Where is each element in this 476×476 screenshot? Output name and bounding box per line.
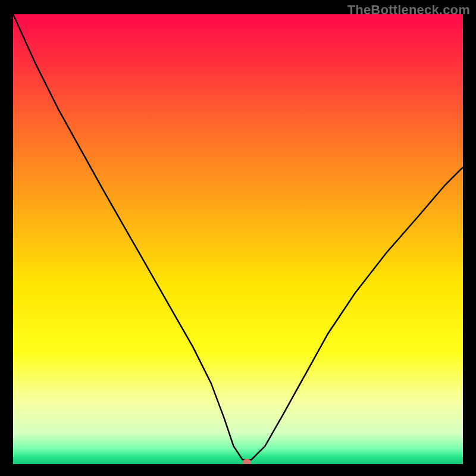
watermark-text: TheBottleneck.com [347, 2, 470, 18]
chart-frame: TheBottleneck.com [0, 0, 476, 476]
bottleneck-chart [13, 14, 463, 464]
plot-background [13, 14, 463, 464]
